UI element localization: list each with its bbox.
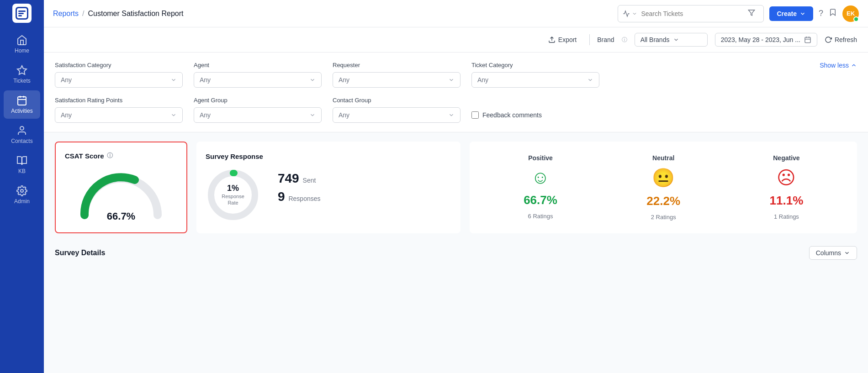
- toolbar-separator: [589, 34, 590, 45]
- kb-icon: [16, 155, 27, 166]
- tickets-icon: [16, 65, 27, 76]
- chevron-down-icon: [844, 250, 850, 256]
- negative-count: 1 Ratings: [774, 213, 799, 220]
- contact-group-select[interactable]: Any: [333, 107, 460, 123]
- sidebar-item-label: KB: [18, 168, 26, 174]
- survey-title: Survey Response: [206, 152, 263, 160]
- sidebar-item-activities[interactable]: Activities: [4, 90, 40, 119]
- ratings-card: Positive ☺ 66.7% 6 Ratings Neutral 😐 22.…: [470, 142, 857, 233]
- satisfaction-rating-select[interactable]: Any: [55, 107, 183, 123]
- agent-group-filter: Agent Group Any: [194, 97, 322, 123]
- satisfaction-rating-filter: Satisfaction Rating Points Any: [55, 97, 183, 123]
- sidebar-item-label: Tickets: [13, 78, 31, 84]
- svg-rect-3: [18, 13, 24, 14]
- create-button[interactable]: Create: [769, 6, 813, 21]
- nav-icons: ? EK: [819, 5, 859, 22]
- positive-count: 6 Ratings: [528, 213, 553, 220]
- negative-emoji: ☹: [777, 167, 796, 188]
- sidebar-item-label: Contacts: [11, 138, 32, 144]
- responses-stat: 9 Responses: [278, 189, 321, 204]
- ticket-category-filter: Ticket Category Any: [471, 62, 599, 88]
- topnav: Reports / Customer Satisfaction Report: [44, 0, 868, 27]
- search-bar: [618, 5, 764, 22]
- show-less-button[interactable]: Show less: [820, 62, 857, 69]
- chevron-down-icon: [799, 11, 806, 17]
- sidebar-item-admin[interactable]: Admin: [4, 181, 40, 209]
- positive-pct: 66.7%: [524, 193, 557, 207]
- requester-select[interactable]: Any: [333, 72, 460, 88]
- chevron-down-icon: [632, 11, 637, 16]
- sidebar-item-kb[interactable]: KB: [4, 151, 40, 179]
- satisfaction-category-select[interactable]: Any: [55, 72, 183, 88]
- sidebar-item-contacts[interactable]: Contacts: [4, 121, 40, 149]
- sidebar-item-label: Admin: [14, 198, 30, 205]
- home-icon: [16, 35, 27, 46]
- sidebar: Home Tickets Activities Contacts KB: [0, 0, 44, 373]
- filters-row-1: Satisfaction Category Any Agent Any: [55, 62, 857, 88]
- app-logo[interactable]: [12, 4, 32, 23]
- search-type-selector[interactable]: [623, 10, 637, 17]
- breadcrumb: Reports / Customer Satisfaction Report: [53, 10, 612, 18]
- breadcrumb-current: Customer Satisfaction Report: [88, 10, 183, 18]
- chevron-down-icon: [587, 77, 593, 83]
- positive-rating: Positive ☺ 66.7% 6 Ratings: [479, 151, 602, 224]
- bookmark-icon[interactable]: [829, 8, 837, 19]
- content-area: Export Brand ⓘ All Brands 2023, May 28 -…: [44, 27, 868, 373]
- calendar-icon: [804, 36, 811, 43]
- negative-rating: Negative ☹ 11.1% 1 Ratings: [725, 151, 848, 224]
- svg-rect-4: [18, 15, 22, 16]
- export-button[interactable]: Export: [543, 33, 582, 46]
- filter-label: Contact Group: [333, 97, 460, 104]
- neutral-emoji: 😐: [652, 167, 675, 189]
- help-icon[interactable]: ?: [819, 9, 823, 18]
- breadcrumb-reports[interactable]: Reports: [53, 10, 79, 18]
- chevron-down-icon: [309, 112, 316, 118]
- neutral-pct: 22.2%: [646, 194, 680, 208]
- refresh-button[interactable]: Refresh: [825, 36, 857, 43]
- svg-marker-12: [749, 10, 755, 16]
- filter-label: Ticket Category: [471, 62, 599, 68]
- svg-marker-5: [17, 66, 26, 74]
- survey-details-header: Survey Details Columns: [55, 246, 857, 260]
- survey-details-section: Survey Details Columns: [44, 242, 868, 274]
- agent-select[interactable]: Any: [194, 72, 322, 88]
- gauge-container: 66.7%: [65, 167, 177, 222]
- chevron-down-icon: [309, 77, 316, 83]
- survey-response-card: Survey Response 1% Response Rate: [196, 142, 460, 233]
- filter-icon[interactable]: [744, 9, 759, 18]
- filter-label: Agent Group: [194, 97, 322, 104]
- toolbar: Export Brand ⓘ All Brands 2023, May 28 -…: [44, 27, 868, 53]
- export-icon: [548, 36, 556, 43]
- sidebar-item-home[interactable]: Home: [4, 30, 40, 58]
- date-range-picker[interactable]: 2023, May 28 - 2023, Jun ...: [715, 33, 817, 47]
- main-content: Reports / Customer Satisfaction Report: [44, 0, 868, 373]
- search-input[interactable]: [641, 10, 741, 17]
- breadcrumb-separator: /: [82, 10, 84, 18]
- refresh-icon: [825, 36, 832, 43]
- chevron-down-icon: [673, 37, 679, 43]
- sidebar-item-tickets[interactable]: Tickets: [4, 60, 40, 89]
- svg-point-10: [20, 126, 24, 130]
- inbox-icon: [623, 10, 630, 17]
- chevron-down-icon: [448, 77, 455, 83]
- chevron-up-icon: [851, 62, 857, 68]
- donut-label: 1% Response Rate: [219, 184, 247, 206]
- brand-info-icon[interactable]: ⓘ: [622, 36, 627, 44]
- brand-select[interactable]: All Brands: [635, 33, 708, 47]
- csat-value: 66.7%: [107, 210, 135, 222]
- svg-rect-14: [805, 37, 810, 43]
- columns-button[interactable]: Columns: [809, 246, 857, 260]
- ticket-category-select[interactable]: Any: [471, 72, 599, 88]
- feedback-checkbox[interactable]: [471, 111, 479, 119]
- csat-info-icon[interactable]: ⓘ: [107, 152, 113, 160]
- svg-rect-2: [18, 11, 26, 12]
- satisfaction-category-filter: Satisfaction Category Any: [55, 62, 183, 88]
- feedback-label[interactable]: Feedback comments: [482, 111, 542, 119]
- agent-group-select[interactable]: Any: [194, 107, 322, 123]
- filter-label: Agent: [194, 62, 322, 68]
- csat-title: CSAT Score ⓘ: [65, 152, 177, 160]
- brand-label: Brand: [597, 36, 614, 43]
- avatar[interactable]: EK: [842, 5, 859, 22]
- positive-emoji: ☺: [531, 167, 550, 188]
- contact-group-filter: Contact Group Any: [333, 97, 460, 123]
